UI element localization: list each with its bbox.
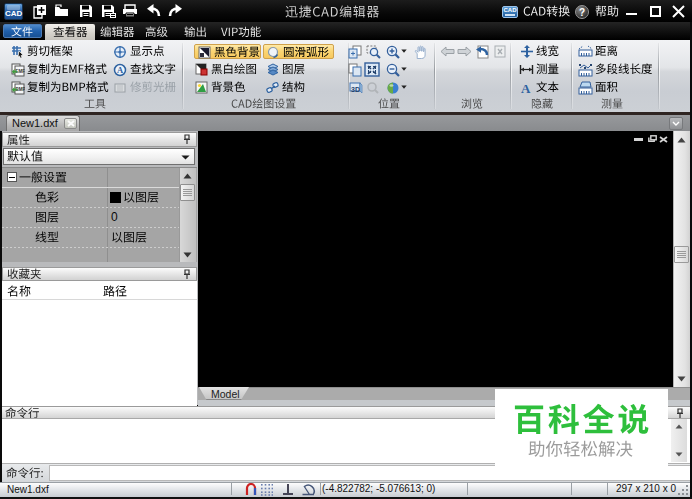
- svg-text:A: A: [117, 65, 124, 75]
- svg-text:A: A: [521, 81, 531, 94]
- svg-text:3D: 3D: [351, 86, 360, 93]
